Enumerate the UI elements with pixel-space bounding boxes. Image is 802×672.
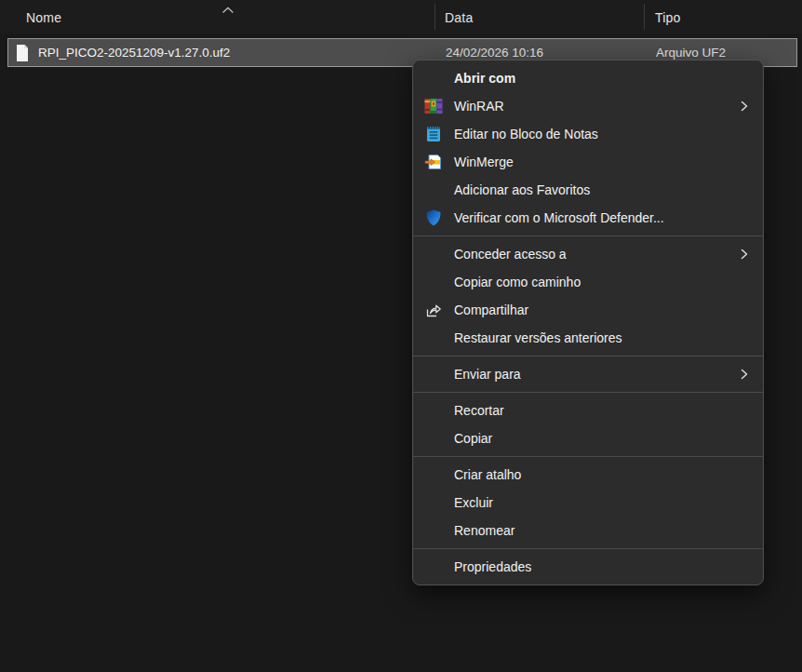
- menu-icon-empty: [424, 365, 443, 383]
- menu-item-enviar-para[interactable]: Enviar para: [413, 360, 763, 388]
- menu-item-label: Copiar como caminho: [454, 275, 581, 289]
- menu-separator: [413, 392, 763, 393]
- menu-icon-empty: [424, 273, 443, 291]
- menu-item-label: Copiar: [454, 431, 492, 446]
- column-header-bar: Nome Data Tipo: [0, 0, 802, 34]
- menu-item-abrir-com[interactable]: Abrir com: [413, 64, 763, 92]
- menu-icon-empty: [424, 181, 443, 199]
- menu-item-label: WinRAR: [454, 99, 504, 114]
- menu-item-restaurar-versoes-anteriores[interactable]: Restaurar versões anteriores: [413, 324, 763, 352]
- context-menu: Abrir comWinRAREditar no Bloco de NotasW…: [412, 60, 764, 585]
- column-divider[interactable]: [644, 4, 645, 30]
- menu-item-label: Excluir: [454, 495, 493, 510]
- menu-item-label: Adicionar aos Favoritos: [454, 182, 590, 197]
- file-date: 24/02/2026 10:16: [446, 46, 543, 60]
- menu-item-adicionar-aos-favoritos[interactable]: Adicionar aos Favoritos: [413, 176, 763, 204]
- menu-item-label: Abrir com: [454, 71, 515, 86]
- menu-item-label: Restaurar versões anteriores: [454, 330, 622, 345]
- defender-shield-icon: [424, 208, 443, 227]
- menu-item-label: Editar no Bloco de Notas: [454, 127, 598, 141]
- menu-separator: [413, 356, 763, 356]
- menu-icon-empty: [424, 493, 443, 512]
- menu-item-label: Renomear: [454, 523, 515, 538]
- file-type: Arquivo UF2: [656, 46, 726, 60]
- menu-icon-empty: [424, 521, 443, 540]
- menu-item-criar-atalho[interactable]: Criar atalho: [413, 461, 763, 489]
- chevron-right-icon: [741, 249, 748, 260]
- chevron-right-icon: [741, 369, 748, 380]
- menu-icon-empty: [424, 69, 443, 87]
- menu-separator: [413, 456, 763, 457]
- menu-item-copiar-como-caminho[interactable]: Copiar como caminho: [413, 268, 763, 296]
- menu-icon-empty: [424, 245, 443, 263]
- column-header-tipo[interactable]: Tipo: [655, 10, 681, 25]
- menu-icon-empty: [424, 329, 443, 347]
- menu-icon-empty: [424, 465, 443, 484]
- file-document-icon: [15, 44, 30, 62]
- menu-icon-empty: [424, 558, 443, 576]
- menu-item-label: Propriedades: [454, 559, 531, 574]
- menu-item-verificar-com-o-microsoft-defender[interactable]: Verificar com o Microsoft Defender...: [413, 204, 763, 232]
- menu-item-renomear[interactable]: Renomear: [413, 517, 763, 544]
- share-icon: [424, 301, 443, 319]
- menu-separator: [413, 548, 763, 549]
- chevron-right-icon: [741, 101, 748, 112]
- menu-item-propriedades[interactable]: Propriedades: [413, 553, 763, 581]
- menu-item-excluir[interactable]: Excluir: [413, 489, 763, 517]
- menu-item-label: Verificar com o Microsoft Defender...: [454, 210, 664, 225]
- column-header-data[interactable]: Data: [445, 10, 473, 25]
- menu-item-label: Conceder acesso a: [454, 247, 567, 262]
- column-divider[interactable]: [434, 4, 435, 30]
- menu-separator: [413, 235, 763, 236]
- menu-icon-empty: [424, 429, 443, 448]
- sort-ascending-icon: [221, 1, 234, 8]
- menu-item-label: Enviar para: [454, 367, 521, 382]
- menu-item-label: Compartilhar: [454, 302, 528, 317]
- menu-item-conceder-acesso-a[interactable]: Conceder acesso a: [413, 240, 763, 268]
- menu-item-label: WinMerge: [454, 155, 514, 169]
- menu-item-winmerge[interactable]: WinMerge: [413, 148, 763, 176]
- winrar-icon: [424, 97, 443, 115]
- column-header-nome[interactable]: Nome: [26, 10, 61, 25]
- menu-item-editar-no-bloco-de-notas[interactable]: Editar no Bloco de Notas: [413, 120, 763, 148]
- menu-item-winrar[interactable]: WinRAR: [413, 92, 763, 120]
- notepad-icon: [424, 125, 443, 143]
- menu-icon-empty: [424, 401, 443, 420]
- menu-item-compartilhar[interactable]: Compartilhar: [413, 296, 763, 324]
- file-name: RPI_PICO2-20251209-v1.27.0.uf2: [38, 46, 230, 60]
- menu-item-label: Criar atalho: [454, 467, 521, 482]
- menu-item-copiar[interactable]: Copiar: [413, 424, 763, 452]
- menu-item-recortar[interactable]: Recortar: [413, 396, 763, 424]
- winmerge-icon: [424, 153, 443, 171]
- menu-item-label: Recortar: [454, 403, 504, 418]
